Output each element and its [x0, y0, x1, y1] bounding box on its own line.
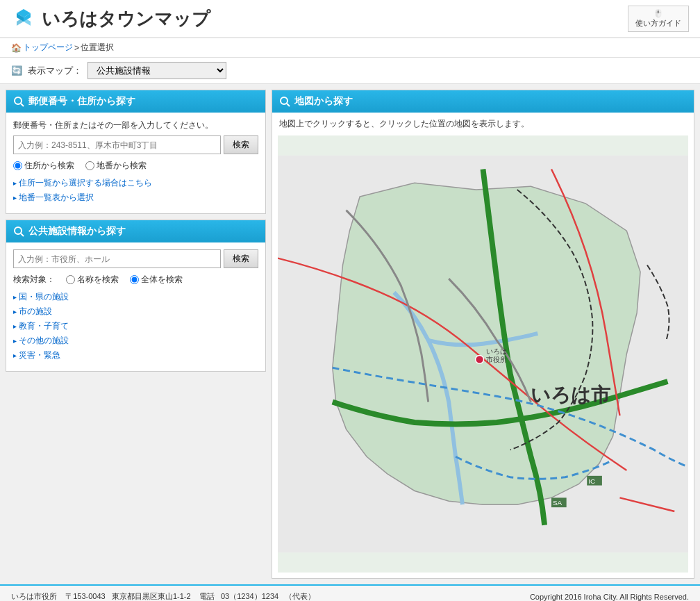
logo: いろはタウンマップ: [11, 6, 210, 31]
logo-icon: [11, 6, 36, 31]
map-container[interactable]: いろは市 いろは 市役所 IC SA: [278, 135, 688, 573]
facility-search-content: 検索 検索対象： 名称を検索 全体を検索 国・県の施設: [6, 242, 265, 371]
home-icon: 🏠: [11, 43, 22, 53]
facility-search-section: 公共施設情報から探す 検索 検索対象： 名称を検索 全体を検索: [6, 220, 266, 372]
facility-search-input[interactable]: [13, 249, 221, 268]
facility-link-3[interactable]: その他の施設: [13, 336, 69, 345]
map-selector-icon: 🔄: [11, 65, 22, 76]
footer-phone: 03（1234）1234: [221, 592, 278, 600]
facility-search-row: 検索: [13, 249, 258, 268]
radio-all-input[interactable]: [130, 275, 139, 284]
footer-address: 東京都目黒区東山1-1-2: [112, 592, 191, 600]
radio-all-label[interactable]: 全体を検索: [130, 274, 183, 286]
radio-address-label[interactable]: 住所から検索: [13, 160, 74, 172]
footer-office-name: いろは市役所: [11, 592, 57, 600]
facility-link-0[interactable]: 国・県の施設: [13, 292, 69, 302]
breadcrumb-current: 位置選択: [81, 42, 114, 53]
map-svg[interactable]: いろは市 いろは 市役所 IC SA: [278, 135, 688, 573]
facility-search-button[interactable]: 検索: [224, 249, 258, 268]
city-hall-label-1: いろは: [486, 347, 507, 355]
radio-name-label[interactable]: 名称を検索: [66, 274, 119, 286]
address-list-link[interactable]: 住所一覧から選択する場合はこちら: [13, 178, 152, 188]
svg-point-6: [15, 97, 22, 104]
left-panel: 郵便番号・住所から探す 郵便番号・住所またはその一部を入力してください。 検索 …: [6, 90, 266, 579]
land-list-link[interactable]: 地番一覧表から選択: [13, 192, 94, 202]
header: いろはタウンマップ 🖱️ 使い方ガイド: [0, 0, 700, 38]
logo-text: いろはタウンマップ: [42, 7, 210, 31]
guide-button[interactable]: 🖱️ 使い方ガイド: [628, 6, 689, 32]
breadcrumb-separator: >: [74, 43, 79, 53]
address-search-header: 郵便番号・住所から探す: [6, 90, 265, 113]
map-selector-label: 表示マップ：: [28, 65, 82, 77]
radio-land-input[interactable]: [85, 161, 94, 170]
sa-label: SA: [553, 499, 562, 507]
facility-search-header: 公共施設情報から探す: [6, 220, 265, 242]
address-search-title: 郵便番号・住所から探す: [28, 95, 135, 108]
svg-line-11: [287, 104, 290, 106]
city-hall-label-2: 市役所: [486, 356, 507, 363]
footer-phone-note: （代表）: [285, 592, 315, 600]
guide-icon: 🖱️: [653, 9, 663, 18]
radio-name-input[interactable]: [66, 275, 75, 284]
address-search-button[interactable]: 検索: [224, 135, 258, 154]
address-link1-row: 住所一覧から選択する場合はこちら: [13, 177, 258, 189]
map-section-header: 地図から探す: [272, 90, 694, 113]
facility-radio-row: 検索対象： 名称を検索 全体を検索: [13, 274, 258, 286]
address-link2-row: 地番一覧表から選択: [13, 192, 258, 204]
svg-line-9: [21, 233, 24, 236]
city-hall-marker: [476, 355, 484, 363]
radio-address-input[interactable]: [13, 161, 22, 170]
address-search-input[interactable]: [13, 135, 221, 154]
facility-link-item-0: 国・県の施設: [13, 291, 258, 303]
facility-link-item-4: 災害・緊急: [13, 349, 258, 361]
map-search-icon: [279, 96, 290, 107]
address-radio-row: 住所から検索 地番から検索: [13, 160, 258, 172]
map-selector: 🔄 表示マップ： 公共施設情報: [0, 58, 700, 84]
footer-left: いろは市役所 〒153-0043 東京都目黒区東山1-1-2 電話 03（123…: [11, 591, 315, 601]
ic-label: IC: [588, 477, 595, 485]
svg-point-10: [281, 97, 288, 104]
footer: いろは市役所 〒153-0043 東京都目黒区東山1-1-2 電話 03（123…: [0, 584, 700, 601]
footer-copyright: Copyright 2016 Iroha City. All Rights Re…: [530, 593, 689, 601]
facility-link-item-2: 教育・子育て: [13, 320, 258, 332]
facility-links: 国・県の施設 市の施設 教育・子育て その他の施設 災害・緊急: [13, 291, 258, 361]
footer-postal: 〒153-0043: [65, 592, 106, 600]
search-icon: [13, 96, 24, 107]
address-search-content: 郵便番号・住所またはその一部を入力してください。 検索 住所から検索 地番から検…: [6, 113, 265, 213]
guide-label: 使い方ガイド: [635, 18, 681, 28]
facility-link-item-1: 市の施設: [13, 306, 258, 318]
map-hint: 地図上でクリックすると、クリックした位置の地図を表示します。: [272, 113, 694, 135]
map-section-title: 地図から探す: [294, 95, 353, 108]
breadcrumb: 🏠 トップページ > 位置選択: [0, 38, 700, 58]
radio-land-label[interactable]: 地番から検索: [85, 160, 147, 172]
main-content: 郵便番号・住所から探す 郵便番号・住所またはその一部を入力してください。 検索 …: [0, 84, 700, 584]
facility-search-icon: [13, 226, 24, 237]
svg-point-8: [15, 227, 22, 234]
right-panel: 地図から探す 地図上でクリックすると、クリックした位置の地図を表示します。: [272, 90, 694, 579]
city-name-label: いろは市: [531, 384, 611, 406]
footer-phone-label: 電話: [199, 592, 215, 600]
facility-link-1[interactable]: 市の施設: [13, 306, 52, 316]
address-search-section: 郵便番号・住所から探す 郵便番号・住所またはその一部を入力してください。 検索 …: [6, 90, 266, 214]
top-page-link[interactable]: トップページ: [23, 42, 73, 53]
search-target-label: 検索対象：: [13, 274, 55, 286]
address-search-row: 検索: [13, 135, 258, 154]
map-selector-dropdown[interactable]: 公共施設情報: [88, 62, 226, 79]
facility-search-title: 公共施設情報から探す: [28, 225, 126, 238]
facility-link-item-3: その他の施設: [13, 335, 258, 347]
facility-link-4[interactable]: 災害・緊急: [13, 350, 60, 360]
svg-line-7: [21, 104, 24, 106]
address-search-desc: 郵便番号・住所またはその一部を入力してください。: [13, 120, 258, 131]
facility-link-2[interactable]: 教育・子育て: [13, 321, 69, 331]
